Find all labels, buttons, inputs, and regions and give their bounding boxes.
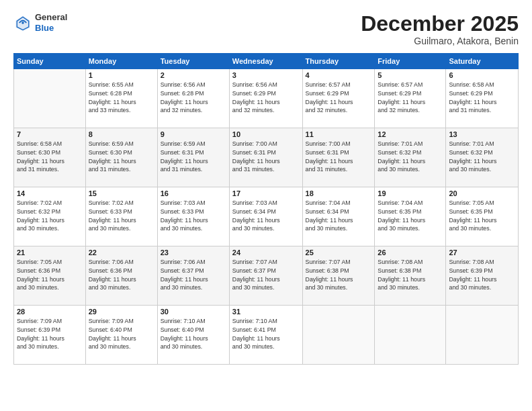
calendar-day-cell: 29Sunrise: 7:09 AM Sunset: 6:40 PM Dayli… — [85, 306, 157, 365]
calendar-day-cell: 5Sunrise: 6:57 AM Sunset: 6:29 PM Daylig… — [375, 69, 446, 128]
day-number: 7 — [17, 130, 83, 138]
day-number: 31 — [232, 308, 300, 316]
day-info: Sunrise: 6:59 AM Sunset: 6:30 PM Dayligh… — [89, 140, 154, 174]
day-info: Sunrise: 7:03 AM Sunset: 6:33 PM Dayligh… — [161, 199, 226, 233]
day-number: 5 — [378, 71, 443, 79]
day-number: 29 — [89, 308, 154, 316]
calendar-body: 1Sunrise: 6:55 AM Sunset: 6:28 PM Daylig… — [14, 69, 519, 365]
calendar-day-cell: 2Sunrise: 6:56 AM Sunset: 6:28 PM Daylig… — [157, 69, 229, 128]
day-info: Sunrise: 7:07 AM Sunset: 6:37 PM Dayligh… — [232, 258, 300, 292]
calendar-header-cell: Monday — [85, 54, 157, 69]
page: General Blue December 2025 Guilmaro, Ata… — [0, 0, 532, 411]
calendar-day-cell: 13Sunrise: 7:01 AM Sunset: 6:32 PM Dayli… — [446, 128, 519, 187]
day-info: Sunrise: 6:56 AM Sunset: 6:28 PM Dayligh… — [161, 81, 226, 115]
day-number: 15 — [89, 189, 154, 197]
day-number: 28 — [17, 308, 83, 316]
calendar-week-row: 21Sunrise: 7:05 AM Sunset: 6:36 PM Dayli… — [14, 246, 519, 306]
day-number: 27 — [449, 248, 515, 257]
day-info: Sunrise: 6:58 AM Sunset: 6:29 PM Dayligh… — [449, 81, 515, 115]
calendar-day-cell: 14Sunrise: 7:02 AM Sunset: 6:32 PM Dayli… — [14, 187, 86, 246]
title-block: December 2025 Guilmaro, Atakora, Benin — [361, 12, 519, 46]
day-info: Sunrise: 7:06 AM Sunset: 6:37 PM Dayligh… — [161, 258, 226, 292]
day-number: 4 — [306, 71, 372, 79]
calendar-day-cell: 23Sunrise: 7:06 AM Sunset: 6:37 PM Dayli… — [157, 246, 229, 306]
calendar-day-cell: 30Sunrise: 7:10 AM Sunset: 6:40 PM Dayli… — [157, 306, 229, 365]
day-number: 9 — [161, 130, 226, 138]
calendar-header-cell: Thursday — [302, 54, 375, 69]
day-info: Sunrise: 7:00 AM Sunset: 6:31 PM Dayligh… — [232, 140, 300, 174]
day-info: Sunrise: 6:59 AM Sunset: 6:31 PM Dayligh… — [161, 140, 226, 174]
calendar-day-cell: 15Sunrise: 7:02 AM Sunset: 6:33 PM Dayli… — [85, 187, 157, 246]
calendar-day-cell: 10Sunrise: 7:00 AM Sunset: 6:31 PM Dayli… — [229, 128, 302, 187]
calendar-day-cell: 8Sunrise: 6:59 AM Sunset: 6:30 PM Daylig… — [85, 128, 157, 187]
day-info: Sunrise: 7:07 AM Sunset: 6:38 PM Dayligh… — [306, 258, 372, 292]
day-number: 26 — [378, 248, 443, 257]
calendar-header-cell: Sunday — [14, 54, 86, 69]
day-number: 25 — [306, 248, 372, 257]
calendar-day-cell: 3Sunrise: 6:56 AM Sunset: 6:29 PM Daylig… — [229, 69, 302, 128]
day-info: Sunrise: 7:10 AM Sunset: 6:40 PM Dayligh… — [161, 317, 226, 351]
day-number: 18 — [306, 189, 372, 197]
day-number: 6 — [449, 71, 515, 79]
day-info: Sunrise: 7:00 AM Sunset: 6:31 PM Dayligh… — [306, 140, 372, 174]
day-number: 22 — [89, 248, 154, 257]
header: General Blue December 2025 Guilmaro, Ata… — [13, 12, 519, 46]
calendar-day-cell: 9Sunrise: 6:59 AM Sunset: 6:31 PM Daylig… — [157, 128, 229, 187]
calendar-header-cell: Wednesday — [229, 54, 302, 69]
calendar-day-cell: 16Sunrise: 7:03 AM Sunset: 6:33 PM Dayli… — [157, 187, 229, 246]
day-info: Sunrise: 7:01 AM Sunset: 6:32 PM Dayligh… — [449, 140, 515, 174]
day-info: Sunrise: 7:02 AM Sunset: 6:32 PM Dayligh… — [17, 199, 83, 233]
day-info: Sunrise: 6:56 AM Sunset: 6:29 PM Dayligh… — [232, 81, 300, 115]
day-number: 30 — [161, 308, 226, 316]
day-number: 17 — [232, 189, 300, 197]
calendar-header-cell: Saturday — [446, 54, 519, 69]
calendar-day-cell: 19Sunrise: 7:04 AM Sunset: 6:35 PM Dayli… — [375, 187, 446, 246]
day-number: 16 — [161, 189, 226, 197]
day-number: 19 — [378, 189, 443, 197]
day-info: Sunrise: 7:08 AM Sunset: 6:39 PM Dayligh… — [449, 258, 515, 292]
day-number: 12 — [378, 130, 443, 138]
calendar-day-cell: 31Sunrise: 7:10 AM Sunset: 6:41 PM Dayli… — [229, 306, 302, 365]
day-info: Sunrise: 7:04 AM Sunset: 6:35 PM Dayligh… — [378, 199, 443, 233]
day-number: 24 — [232, 248, 300, 257]
month-title: December 2025 — [361, 12, 519, 36]
day-info: Sunrise: 7:10 AM Sunset: 6:41 PM Dayligh… — [232, 317, 300, 351]
calendar-week-row: 1Sunrise: 6:55 AM Sunset: 6:28 PM Daylig… — [14, 69, 519, 128]
day-info: Sunrise: 7:01 AM Sunset: 6:32 PM Dayligh… — [378, 140, 443, 174]
calendar-week-row: 14Sunrise: 7:02 AM Sunset: 6:32 PM Dayli… — [14, 187, 519, 246]
calendar-day-cell: 7Sunrise: 6:58 AM Sunset: 6:30 PM Daylig… — [14, 128, 86, 187]
day-info: Sunrise: 6:58 AM Sunset: 6:30 PM Dayligh… — [17, 140, 83, 174]
svg-point-2 — [21, 21, 24, 24]
calendar-header-cell: Friday — [375, 54, 446, 69]
day-number: 20 — [449, 189, 515, 197]
logo: General Blue — [13, 12, 67, 33]
day-number: 3 — [232, 71, 300, 79]
calendar-week-row: 7Sunrise: 6:58 AM Sunset: 6:30 PM Daylig… — [14, 128, 519, 187]
day-info: Sunrise: 6:57 AM Sunset: 6:29 PM Dayligh… — [378, 81, 443, 115]
day-info: Sunrise: 7:06 AM Sunset: 6:36 PM Dayligh… — [89, 258, 154, 292]
calendar-day-cell: 4Sunrise: 6:57 AM Sunset: 6:29 PM Daylig… — [302, 69, 375, 128]
calendar-day-cell: 11Sunrise: 7:00 AM Sunset: 6:31 PM Dayli… — [302, 128, 375, 187]
day-info: Sunrise: 7:09 AM Sunset: 6:39 PM Dayligh… — [17, 317, 83, 351]
calendar-day-cell: 18Sunrise: 7:04 AM Sunset: 6:34 PM Dayli… — [302, 187, 375, 246]
calendar-day-cell: 28Sunrise: 7:09 AM Sunset: 6:39 PM Dayli… — [14, 306, 86, 365]
calendar-day-cell: 6Sunrise: 6:58 AM Sunset: 6:29 PM Daylig… — [446, 69, 519, 128]
calendar-day-cell: 22Sunrise: 7:06 AM Sunset: 6:36 PM Dayli… — [85, 246, 157, 306]
calendar-day-cell — [446, 306, 519, 365]
day-info: Sunrise: 7:03 AM Sunset: 6:34 PM Dayligh… — [232, 199, 300, 233]
location: Guilmaro, Atakora, Benin — [361, 36, 519, 46]
day-number: 8 — [89, 130, 154, 138]
calendar-day-cell: 21Sunrise: 7:05 AM Sunset: 6:36 PM Dayli… — [14, 246, 86, 306]
day-info: Sunrise: 7:05 AM Sunset: 6:36 PM Dayligh… — [17, 258, 83, 292]
calendar-day-cell: 17Sunrise: 7:03 AM Sunset: 6:34 PM Dayli… — [229, 187, 302, 246]
day-number: 2 — [161, 71, 226, 79]
day-number: 10 — [232, 130, 300, 138]
calendar-day-cell: 24Sunrise: 7:07 AM Sunset: 6:37 PM Dayli… — [229, 246, 302, 306]
logo-blue: Blue — [35, 23, 67, 34]
calendar-header-cell: Tuesday — [157, 54, 229, 69]
day-info: Sunrise: 6:57 AM Sunset: 6:29 PM Dayligh… — [306, 81, 372, 115]
calendar-header-row: SundayMondayTuesdayWednesdayThursdayFrid… — [14, 54, 519, 69]
calendar-week-row: 28Sunrise: 7:09 AM Sunset: 6:39 PM Dayli… — [14, 306, 519, 365]
day-info: Sunrise: 7:02 AM Sunset: 6:33 PM Dayligh… — [89, 199, 154, 233]
day-info: Sunrise: 6:55 AM Sunset: 6:28 PM Dayligh… — [89, 81, 154, 115]
